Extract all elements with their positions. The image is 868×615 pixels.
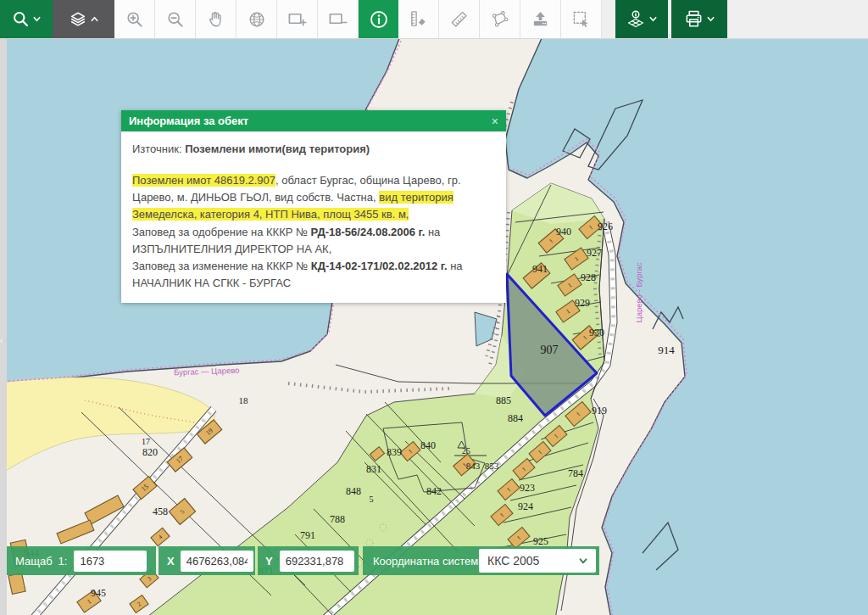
y-label: Y <box>265 555 273 567</box>
parcel-label: 885 <box>496 394 511 406</box>
caret-down-icon <box>648 14 658 24</box>
parcel-label: 926 <box>598 221 613 232</box>
zoom-rect-out-button[interactable] <box>318 0 359 38</box>
order-line: Заповед за изменение на КККР № КД-14-02-… <box>132 258 495 292</box>
road-label: Царево - Бургас <box>634 262 643 322</box>
chevron-down-icon <box>577 555 589 567</box>
rect-plus-icon <box>287 9 307 29</box>
identify-button[interactable] <box>359 0 398 38</box>
highlighted-text: Поземлен имот 48619.2.907 <box>132 174 275 187</box>
select-rect-button[interactable] <box>561 0 602 38</box>
popup-title: Информация за обект <box>129 115 248 127</box>
order-lines: Заповед за одобрение на КККР № РД-18-56/… <box>132 224 495 293</box>
parcel-label: 17 <box>142 437 150 446</box>
parcel-label: 843 <box>466 461 481 471</box>
close-icon[interactable]: × <box>492 115 498 127</box>
parcel-label: 884 <box>508 412 523 424</box>
map-toolbar <box>0 0 868 39</box>
parcel-label: 791 <box>300 529 315 541</box>
layers-icon <box>69 10 87 29</box>
caret-up-icon <box>90 14 99 24</box>
zoom-out-icon <box>166 10 185 29</box>
sidebar-collapse-handle[interactable]: ‹ <box>0 38 7 615</box>
printer-icon <box>684 9 704 29</box>
parcel-label: 788 <box>330 513 345 525</box>
y-coordinate-input[interactable] <box>280 551 354 572</box>
parcel-label: 820 <box>142 446 158 458</box>
popup-body: Източник: Поземлени имоти(вид територия)… <box>121 131 506 303</box>
crs-value: ККС 2005 <box>487 554 539 567</box>
popup-header: Информация за обект × <box>121 110 506 131</box>
full-extent-button[interactable] <box>236 0 277 38</box>
parcel-label: 914 <box>658 344 675 356</box>
info-layers-icon <box>626 9 646 30</box>
search-button[interactable] <box>0 0 53 38</box>
parcel-label: 784 <box>568 467 583 479</box>
parcel-label: 923 <box>520 482 535 494</box>
magnifier-icon <box>12 10 30 28</box>
info-circle-icon <box>369 9 389 30</box>
parcel-label: 458 <box>153 506 168 517</box>
x-label: X <box>167 555 175 567</box>
zoom-in-icon <box>125 10 144 29</box>
parcel-label: 930 <box>589 327 604 338</box>
zoom-in-button[interactable] <box>114 0 155 38</box>
print-button[interactable] <box>671 0 727 38</box>
parcel-label: 940 <box>556 226 571 238</box>
y-coordinate-segment: Y <box>258 546 359 575</box>
parcel-label: 925 <box>533 535 548 547</box>
crs-label: Координатна система <box>373 555 484 567</box>
parcel-label: 848 <box>346 485 361 497</box>
parcel-description: Поземлен имот 48619.2.907, област Бургас… <box>132 172 495 223</box>
bold-text: КД-14-02-171/02.02.2012 г. <box>311 260 448 272</box>
measure-distance-button[interactable] <box>439 0 480 38</box>
parcel-label: 945 <box>91 587 106 599</box>
parcel-label: 839 <box>387 446 402 458</box>
crs-select[interactable]: ККС 2005 <box>479 549 596 573</box>
parcel-label: 941 <box>532 263 548 275</box>
parcel-label: 25 <box>462 446 470 456</box>
measure-polygon-button[interactable] <box>480 0 520 38</box>
info-popup: Информация за обект × Източник: Поземлен… <box>121 110 506 303</box>
pan-button[interactable] <box>196 0 236 38</box>
parcel-label: 842 <box>426 485 442 497</box>
parcel-label: 929 <box>575 297 590 309</box>
scale-input[interactable] <box>74 551 147 572</box>
x-coordinate-input[interactable] <box>181 551 253 572</box>
scale-label: Мащаб <box>15 555 53 567</box>
info-layers-button[interactable] <box>615 0 668 38</box>
order-line: Заповед за одобрение на КККР № РД-18-56/… <box>132 224 495 258</box>
caret-down-icon <box>706 14 715 24</box>
parcel-label: 840 <box>420 439 436 451</box>
rect-minus-icon <box>328 9 348 29</box>
globe-icon <box>248 10 266 29</box>
zoom-rect-in-button[interactable] <box>277 0 318 38</box>
parcel-label: 928 <box>581 271 596 283</box>
parcel-label: 853 <box>485 461 499 471</box>
measure-area-button[interactable] <box>398 0 439 38</box>
parcel-label: 18 <box>239 395 249 405</box>
select-rect-icon <box>571 9 591 29</box>
upload-button[interactable] <box>520 0 561 38</box>
toolbar-gap <box>602 0 615 38</box>
bold-text: РД-18-56/24.08.2006 г. <box>311 226 426 238</box>
popup-source-line: Източник: Поземлени имоти(вид територия) <box>132 141 495 158</box>
zoom-out-button[interactable] <box>155 0 196 38</box>
x-coordinate-segment: X <box>159 546 255 575</box>
source-label: Източник: <box>132 143 182 155</box>
parcel-label: 5 <box>370 495 374 504</box>
scale-ratio: 1: <box>58 555 68 567</box>
app-window: 11111111111111119171554312 9079149269279… <box>0 0 868 615</box>
layers-button[interactable] <box>53 0 114 38</box>
ruler-square-icon <box>409 9 428 29</box>
polygon-icon <box>490 9 509 29</box>
caret-down-icon <box>32 14 42 24</box>
parcel-label: 831 <box>366 463 381 475</box>
text-segment: Заповед за одобрение на КККР № <box>132 226 311 238</box>
chevron-left-icon: ‹ <box>0 337 3 345</box>
hand-icon <box>207 10 225 29</box>
parcel-label: 919 <box>592 405 607 417</box>
source-value: Поземлени имоти(вид територия) <box>185 143 370 155</box>
scale-segment: Мащаб 1: <box>7 546 156 575</box>
text-segment: Заповед за изменение на КККР № <box>132 260 311 272</box>
